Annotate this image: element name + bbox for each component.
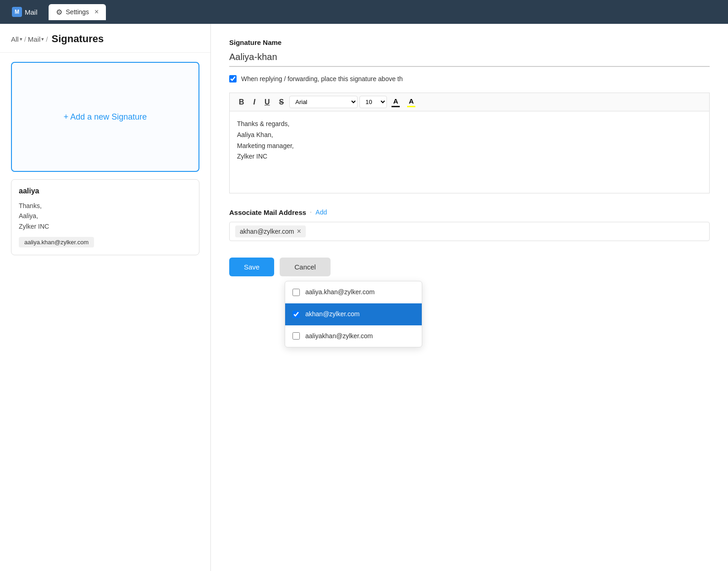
email-option-1[interactable]: aaliya.khan@zylker.com: [285, 281, 422, 303]
strikethrough-button[interactable]: S: [276, 96, 288, 108]
breadcrumb: All ▾ / Mail ▾ / Signatures: [0, 24, 210, 53]
editor-body[interactable]: Thanks & regards, Aaliya Khan, Marketing…: [229, 111, 710, 193]
title-bar: M Mail ⚙ Settings ×: [0, 0, 728, 24]
signature-card-email: aaliya.khan@zylker.com: [19, 237, 94, 247]
font-family-select[interactable]: Arial Times New Roman Verdana: [289, 96, 358, 108]
text-color-icon: A: [393, 97, 398, 105]
action-buttons: Save Cancel: [229, 258, 710, 276]
reply-forward-label: When replying / forwarding, place this s…: [241, 75, 403, 82]
close-icon[interactable]: ×: [94, 8, 99, 16]
email-checkbox-1[interactable]: [292, 289, 300, 296]
breadcrumb-all-label: All: [11, 35, 19, 43]
tab-label: Settings: [66, 8, 89, 16]
breadcrumb-sep2: /: [46, 35, 48, 43]
email-tag-remove[interactable]: ×: [297, 227, 301, 236]
email-tag-row[interactable]: akhan@zylker.com ×: [229, 222, 710, 241]
email-option-label-3: aaliyakhan@zylker.com: [305, 331, 373, 342]
signature-card-name: aaliya: [19, 187, 192, 195]
associate-header: Associate Mail Address · Add: [229, 208, 710, 216]
email-option-label-1: aaliya.khan@zylker.com: [305, 287, 375, 298]
text-highlight-underline: [407, 106, 415, 107]
breadcrumb-mail[interactable]: Mail ▾: [28, 35, 44, 43]
signature-name-input[interactable]: [229, 50, 710, 67]
app-tab[interactable]: M Mail: [5, 7, 45, 17]
app-name: Mail: [25, 8, 38, 16]
associate-add-button[interactable]: Add: [315, 209, 327, 216]
chevron-down-icon-2: ▾: [41, 36, 44, 42]
signatures-list: + Add a new Signature aaliya Thanks,Aali…: [0, 53, 210, 264]
dropdown-arrow: [350, 347, 357, 347]
editor-content: Thanks & regards, Aaliya Khan, Marketing…: [237, 120, 294, 160]
save-button[interactable]: Save: [229, 258, 274, 276]
text-color-underline: [392, 106, 400, 107]
email-checkbox-2[interactable]: [292, 311, 300, 318]
reply-forward-checkbox[interactable]: [229, 75, 237, 82]
associate-label: Associate Mail Address: [229, 209, 306, 216]
text-color-button[interactable]: A: [389, 96, 403, 108]
breadcrumb-all[interactable]: All ▾: [11, 35, 22, 43]
signature-card-body: Thanks,Aaliya,Zylker INC: [19, 201, 192, 231]
email-option-2[interactable]: akhan@zylker.com: [285, 303, 422, 325]
email-tag-value: akhan@zylker.com: [240, 228, 294, 235]
main-layout: All ▾ / Mail ▾ / Signatures + Add a new …: [0, 24, 728, 571]
app-icon: M: [12, 7, 22, 17]
left-panel: All ▾ / Mail ▾ / Signatures + Add a new …: [0, 24, 211, 571]
email-checkbox-3[interactable]: [292, 332, 300, 340]
email-option-3[interactable]: aaliyakhan@zylker.com: [285, 325, 422, 347]
add-new-label: + Add a new Signature: [64, 112, 147, 122]
breadcrumb-mail-label: Mail: [28, 35, 41, 43]
cancel-button[interactable]: Cancel: [280, 258, 331, 276]
associate-section: Associate Mail Address · Add akhan@zylke…: [229, 208, 710, 241]
chevron-down-icon: ▾: [20, 36, 22, 42]
right-panel: Signature Name When replying / forwardin…: [211, 24, 728, 571]
bold-button[interactable]: B: [235, 96, 248, 108]
email-tag: akhan@zylker.com ×: [235, 225, 306, 237]
editor-toolbar: B I U S Arial Times New Roman Verdana 10…: [229, 93, 710, 111]
breadcrumb-current-label: Signatures: [52, 33, 104, 45]
signature-name-label: Signature Name: [229, 38, 710, 46]
underline-button[interactable]: U: [261, 96, 274, 108]
italic-button[interactable]: I: [250, 96, 259, 108]
signature-card[interactable]: aaliya Thanks,Aaliya,Zylker INC aaliya.k…: [11, 179, 199, 255]
font-size-select[interactable]: 10 12 14 16: [359, 96, 387, 108]
gear-icon: ⚙: [56, 8, 62, 16]
email-dropdown: aaliya.khan@zylker.com akhan@zylker.com …: [285, 281, 422, 347]
add-new-signature-box[interactable]: + Add a new Signature: [11, 62, 199, 172]
text-highlight-icon: A: [409, 97, 414, 105]
text-highlight-button[interactable]: A: [404, 96, 418, 108]
reply-forward-checkbox-row: When replying / forwarding, place this s…: [229, 75, 710, 82]
email-option-label-2: akhan@zylker.com: [305, 309, 359, 320]
breadcrumb-sep1: /: [24, 35, 26, 43]
settings-tab[interactable]: ⚙ Settings ×: [49, 4, 106, 20]
associate-dot: ·: [310, 208, 312, 216]
